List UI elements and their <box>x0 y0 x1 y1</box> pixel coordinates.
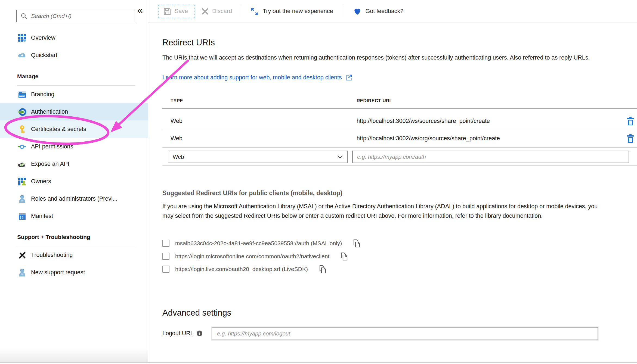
suggested-uri-checkbox[interactable] <box>162 266 169 273</box>
sidebar-item-label: Manifest <box>31 213 53 220</box>
save-button[interactable]: Save <box>158 5 195 18</box>
roles-administrators-icon <box>18 195 26 203</box>
sidebar-item-new-support-request[interactable]: New support request <box>0 264 148 281</box>
learn-more-link[interactable]: Learn more about adding support for web,… <box>162 74 352 81</box>
search-icon <box>21 13 27 19</box>
copy-icon <box>353 239 360 248</box>
svg-text:{ }: { } <box>20 216 23 219</box>
try-new-experience-button[interactable]: Try out the new experience <box>250 7 333 16</box>
quickstart-icon <box>18 51 26 60</box>
support-person-icon <box>18 268 26 277</box>
trash-icon <box>627 134 634 143</box>
new-redirect-uri-input[interactable] <box>352 151 629 163</box>
redirect-type-selected-value: Web <box>173 154 184 160</box>
suggested-uri-label: msalb633c04c-202c-4a81-ae9f-cc9ea5039558… <box>175 240 342 247</box>
sidebar-item-branding[interactable]: www Branding <box>0 86 148 103</box>
sidebar-item-certificates-secrets[interactable]: Certificates & secrets <box>0 120 148 138</box>
copy-uri-button[interactable] <box>341 252 348 261</box>
sidebar-item-overview[interactable]: Overview <box>0 29 148 46</box>
toolbar-separator <box>241 5 241 17</box>
sidebar-item-label: Expose an API <box>31 161 69 167</box>
copy-uri-button[interactable] <box>353 239 360 248</box>
copy-icon <box>319 265 326 273</box>
delete-uri-button[interactable] <box>627 117 634 126</box>
save-label: Save <box>175 8 188 15</box>
sidebar-item-label: Quickstart <box>31 52 57 59</box>
table-row-divider <box>162 130 637 130</box>
discard-button[interactable]: Discard <box>202 8 232 15</box>
sidebar-item-label: API permissions <box>31 143 73 150</box>
external-link-icon <box>345 74 352 81</box>
owners-icon <box>18 177 26 186</box>
delete-uri-button[interactable] <box>627 134 634 143</box>
copy-uri-button[interactable] <box>319 265 326 273</box>
sidebar-item-manifest[interactable]: { } Manifest <box>0 207 148 225</box>
discard-x-icon <box>202 8 209 15</box>
sidebar-item-label: Branding <box>31 91 54 98</box>
svg-text:www: www <box>19 95 25 97</box>
logout-url-input[interactable] <box>212 327 598 340</box>
sidebar-item-label: Owners <box>31 178 51 185</box>
sidebar-item-authentication[interactable]: Authentication <box>0 103 148 120</box>
sidebar-item-roles-administrators[interactable]: Roles and administrators (Previ... <box>0 190 148 207</box>
redirect-type-select[interactable]: Web <box>168 151 348 163</box>
sidebar-item-owners[interactable]: Owners <box>0 173 148 190</box>
column-header-redirect-uri: REDIRECT URI <box>357 98 391 104</box>
chevron-down-icon <box>337 155 343 159</box>
got-feedback-button[interactable]: Got feedback? <box>353 7 403 15</box>
heart-icon <box>353 7 362 15</box>
learn-more-label: Learn more about adding support for web,… <box>162 74 342 81</box>
sidebar-item-label: New support request <box>31 269 85 276</box>
try-new-experience-label: Try out the new experience <box>263 8 333 15</box>
trash-icon <box>627 117 634 126</box>
table-row-uri: http://localhost:3002/ws/org/sources/sha… <box>357 135 500 142</box>
sidebar-section-manage: Manage <box>17 73 38 80</box>
sidebar-item-label: Authentication <box>31 108 68 115</box>
suggested-uris-description: If you are using the Microsoft Authentic… <box>162 202 602 221</box>
azure-app-registration-authentication-page: « Overview <box>0 0 637 364</box>
copy-icon <box>341 252 348 261</box>
table-row-type: Web <box>171 118 183 125</box>
authentication-icon <box>18 108 26 116</box>
collapse-sidebar-button[interactable]: « <box>137 5 143 15</box>
suggested-uri-option: msalb633c04c-202c-4a81-ae9f-cc9ea5039558… <box>162 239 360 248</box>
table-row-divider <box>162 147 637 148</box>
sidebar-item-label: Overview <box>31 35 55 41</box>
branding-icon: www <box>18 90 26 99</box>
toolbar-separator <box>343 5 343 17</box>
search-input[interactable] <box>30 13 131 20</box>
page-title: Redirect URIs <box>162 38 215 48</box>
suggested-uri-label: https://login.microsoftonline.com/common… <box>175 253 329 260</box>
sidebar-item-expose-api[interactable]: Expose an API <box>0 155 148 173</box>
expose-api-icon <box>18 160 26 168</box>
save-icon <box>163 8 171 15</box>
suggested-uri-checkbox[interactable] <box>162 253 169 260</box>
discard-label: Discard <box>212 8 232 15</box>
suggested-uris-heading: Suggested Redirect URIs for public clien… <box>162 189 342 197</box>
logout-url-label: Logout URL <box>162 330 194 337</box>
sidebar: « Overview <box>0 0 148 364</box>
api-permissions-icon <box>18 142 26 151</box>
sidebar-item-troubleshooting[interactable]: Troubleshooting <box>0 246 148 264</box>
suggested-uri-checkbox[interactable] <box>162 240 169 247</box>
table-row-uri: http://localhost:3002/ws/sources/share_p… <box>357 118 490 125</box>
sidebar-item-label: Roles and administrators (Previ... <box>31 195 117 202</box>
sidebar-item-api-permissions[interactable]: API permissions <box>0 138 148 155</box>
logout-url-label-row: Logout URL i <box>162 330 202 337</box>
sidebar-search-box[interactable] <box>16 10 135 22</box>
column-header-type: TYPE <box>171 98 183 104</box>
sidebar-item-label: Certificates & secrets <box>31 126 86 133</box>
key-icon <box>18 125 26 133</box>
overview-icon <box>18 34 26 42</box>
command-bar: Save Discard Try out the new experience <box>148 0 637 23</box>
manifest-icon: { } <box>18 212 26 220</box>
troubleshooting-icon <box>18 251 26 259</box>
sidebar-item-quickstart[interactable]: Quickstart <box>0 46 148 64</box>
info-icon[interactable]: i <box>197 331 202 336</box>
table-header-divider <box>162 108 637 109</box>
suggested-uri-option: https://login.live.com/oauth20_desktop.s… <box>162 265 326 274</box>
sidebar-scroll-fade <box>0 348 148 362</box>
diagonal-arrows-icon <box>250 7 259 16</box>
page-bottom-divider <box>0 362 637 363</box>
advanced-settings-heading: Advanced settings <box>162 308 231 318</box>
